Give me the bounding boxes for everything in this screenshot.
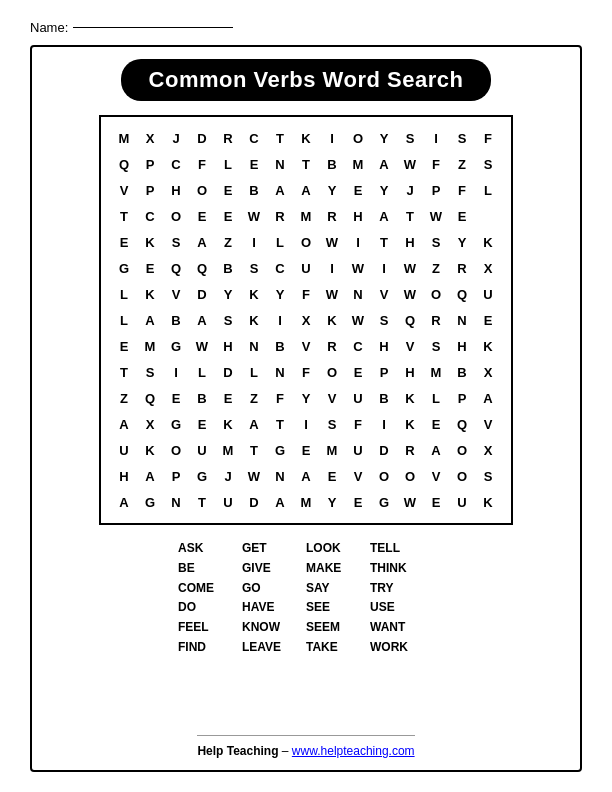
grid-cell: W: [241, 203, 267, 229]
grid-cell: A: [189, 229, 215, 255]
grid-cell: R: [449, 255, 475, 281]
footer-link[interactable]: www.helpteaching.com: [292, 744, 415, 758]
grid-cell: E: [215, 177, 241, 203]
grid-cell: Q: [137, 385, 163, 411]
grid-cell: U: [449, 489, 475, 515]
word-item: FEEL: [178, 618, 234, 638]
word-search-grid: MXJDRCTKIOYSISFQPCFLENTBMAWFZSVPHOEBAAYE…: [111, 125, 501, 515]
word-item: SEEM: [306, 618, 362, 638]
grid-cell: X: [137, 411, 163, 437]
grid-cell: A: [137, 463, 163, 489]
grid-cell: E: [345, 177, 371, 203]
grid-cell: S: [215, 307, 241, 333]
grid-cell: I: [241, 229, 267, 255]
grid-cell: V: [293, 333, 319, 359]
word-item: WANT: [370, 618, 426, 638]
grid-cell: F: [293, 281, 319, 307]
grid-cell: S: [397, 125, 423, 151]
grid-cell: U: [111, 437, 137, 463]
grid-cell: L: [111, 307, 137, 333]
grid-cell: D: [371, 437, 397, 463]
grid-cell: B: [163, 307, 189, 333]
grid-cell: S: [423, 333, 449, 359]
grid-cell: L: [111, 281, 137, 307]
word-item: TELL: [370, 539, 426, 559]
word-item: USE: [370, 598, 426, 618]
title-box: Common Verbs Word Search: [121, 59, 492, 101]
grid-cell: B: [319, 151, 345, 177]
grid-cell: K: [475, 229, 501, 255]
word-item: MAKE: [306, 559, 362, 579]
grid-cell: E: [475, 307, 501, 333]
grid-cell: Y: [319, 489, 345, 515]
word-item: GET: [242, 539, 298, 559]
grid-cell: U: [345, 437, 371, 463]
grid-cell: M: [137, 333, 163, 359]
grid-cell: R: [319, 333, 345, 359]
grid-cell: P: [449, 385, 475, 411]
grid-cell: I: [371, 255, 397, 281]
grid-cell: V: [345, 463, 371, 489]
grid-cell: H: [215, 333, 241, 359]
grid-cell: Z: [241, 385, 267, 411]
grid-cell: U: [345, 385, 371, 411]
word-list-columns: ASKBECOMEDOFEELFINDGETGIVEGOHAVEKNOWLEAV…: [178, 539, 434, 658]
grid-cell: Z: [449, 151, 475, 177]
grid-cell: S: [475, 463, 501, 489]
word-item: BE: [178, 559, 234, 579]
grid-cell: O: [319, 359, 345, 385]
grid-cell: E: [163, 385, 189, 411]
grid-cell: W: [241, 463, 267, 489]
word-search-grid-wrapper: MXJDRCTKIOYSISFQPCFLENTBMAWFZSVPHOEBAAYE…: [99, 115, 513, 525]
grid-cell: Q: [111, 151, 137, 177]
grid-cell: W: [345, 307, 371, 333]
grid-cell: E: [241, 151, 267, 177]
grid-cell: J: [215, 463, 241, 489]
grid-cell: T: [241, 437, 267, 463]
grid-cell: I: [267, 307, 293, 333]
grid-cell: A: [267, 177, 293, 203]
grid-cell: H: [111, 463, 137, 489]
name-label: Name:: [30, 20, 68, 35]
grid-cell: G: [137, 489, 163, 515]
word-item: GIVE: [242, 559, 298, 579]
grid-cell: P: [423, 177, 449, 203]
grid-cell: K: [475, 489, 501, 515]
word-item: HAVE: [242, 598, 298, 618]
grid-cell: C: [137, 203, 163, 229]
page-title: Common Verbs Word Search: [149, 67, 464, 92]
grid-cell: M: [111, 125, 137, 151]
grid-cell: I: [423, 125, 449, 151]
grid-cell: H: [163, 177, 189, 203]
grid-cell: K: [137, 281, 163, 307]
grid-cell: K: [241, 307, 267, 333]
grid-cell: W: [397, 281, 423, 307]
grid-cell: J: [163, 125, 189, 151]
grid-cell: A: [267, 489, 293, 515]
grid-cell: [475, 203, 501, 229]
name-underline: [73, 27, 233, 28]
grid-cell: F: [449, 177, 475, 203]
grid-cell: S: [475, 151, 501, 177]
grid-cell: S: [371, 307, 397, 333]
grid-cell: Z: [423, 255, 449, 281]
grid-cell: W: [397, 151, 423, 177]
grid-cell: E: [345, 359, 371, 385]
grid-cell: K: [319, 307, 345, 333]
grid-cell: O: [397, 463, 423, 489]
grid-cell: M: [293, 489, 319, 515]
footer-separator: –: [279, 744, 292, 758]
grid-cell: E: [293, 437, 319, 463]
word-list-col: GETGIVEGOHAVEKNOWLEAVE: [242, 539, 298, 658]
grid-cell: N: [163, 489, 189, 515]
grid-cell: E: [189, 203, 215, 229]
grid-cell: G: [371, 489, 397, 515]
grid-cell: Y: [319, 177, 345, 203]
grid-cell: B: [371, 385, 397, 411]
grid-cell: T: [267, 125, 293, 151]
grid-cell: M: [293, 203, 319, 229]
grid-cell: I: [319, 125, 345, 151]
grid-cell: K: [397, 385, 423, 411]
grid-cell: G: [111, 255, 137, 281]
grid-cell: S: [449, 125, 475, 151]
